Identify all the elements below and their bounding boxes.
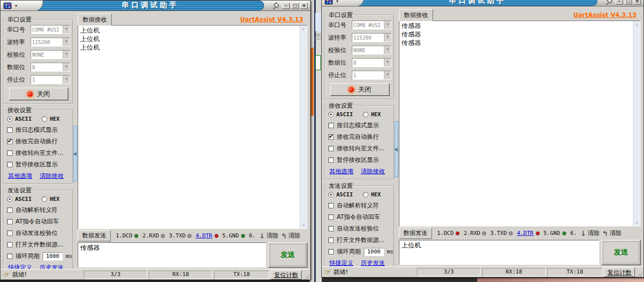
receive-display[interactable]: 传感器 传感器 传感器 [399, 21, 640, 226]
save-to-file-checkbox[interactable] [7, 150, 13, 156]
tab-data-send[interactable]: 数据发送 [78, 230, 111, 241]
port-select[interactable]: COM8 #USI▼ [352, 21, 391, 30]
dropdown-arrow-icon[interactable]: ▼ [63, 63, 70, 71]
dropdown-arrow-icon[interactable]: ▼ [384, 59, 391, 67]
file-source-checkbox[interactable] [328, 237, 334, 243]
maximize-button[interactable]: □ [291, 3, 299, 9]
pin-topmost-icon[interactable] [605, 0, 612, 5]
close-port-button[interactable]: 关闭 [330, 83, 389, 96]
pause-display-checkbox[interactable] [7, 162, 13, 167]
app-logo-icon[interactable] [4, 3, 12, 9]
more-options-link[interactable]: 其他选项 [329, 167, 353, 176]
hex-radio[interactable] [42, 116, 47, 122]
stopbits-select[interactable]: 1▼ [352, 71, 391, 80]
send-input[interactable]: 传感器 [78, 242, 266, 267]
menu-caret-icon[interactable]: ▾ [336, 0, 338, 4]
clear-send-button[interactable]: 清除 [281, 231, 301, 240]
version-link[interactable]: UartAssist V4.3.13 [240, 16, 307, 25]
at-enter-checkbox[interactable] [328, 214, 334, 220]
dropdown-arrow-icon[interactable]: ▼ [384, 46, 391, 54]
scroll-up-icon[interactable] [302, 27, 305, 32]
app-logo-icon[interactable] [325, 0, 333, 5]
titlebar[interactable]: ▾ 串口调试助手 – □ × [322, 0, 643, 7]
databits-select[interactable]: 8▼ [31, 63, 70, 72]
dtr-toggle-link[interactable]: 4.DTR [195, 232, 212, 239]
databits-select[interactable]: 8▼ [352, 58, 391, 67]
minimize-button[interactable]: – [282, 3, 290, 9]
clear-receive-link[interactable]: 清除接收 [40, 172, 64, 180]
send-button[interactable]: 发送 [601, 240, 640, 265]
scroll-down-icon[interactable] [302, 222, 305, 227]
menu-caret-icon[interactable]: ▾ [15, 4, 17, 8]
cycle-period-input[interactable] [43, 252, 63, 260]
parse-escape-checkbox[interactable] [328, 203, 334, 208]
dropdown-arrow-icon[interactable]: ▼ [384, 71, 391, 79]
send-button[interactable]: 发送 [268, 242, 307, 267]
hex-radio[interactable] [363, 192, 368, 197]
tab-data-send[interactable]: 数据发送 [399, 227, 432, 239]
stopbits-select[interactable]: 1▼ [31, 75, 70, 84]
scroll-up-icon[interactable] [635, 22, 638, 27]
dtr-toggle-link[interactable]: 4.DTR [517, 230, 533, 236]
clear-receive-button[interactable]: 清除 [259, 231, 279, 240]
close-port-button[interactable]: 关闭 [9, 88, 68, 100]
clear-receive-link[interactable]: 清除接收 [361, 167, 385, 176]
pin-topmost-icon[interactable] [272, 3, 279, 9]
close-button[interactable]: × [300, 3, 308, 9]
close-button[interactable]: × [633, 0, 641, 5]
port-select[interactable]: COM6 #USI▼ [31, 25, 70, 34]
auto-linefeed-checkbox[interactable] [328, 134, 334, 140]
clear-send-button[interactable]: 清除 [602, 229, 622, 237]
ascii-radio[interactable] [7, 116, 13, 122]
baud-select[interactable]: 115200▼ [31, 38, 70, 47]
dropdown-arrow-icon[interactable]: ▼ [384, 34, 391, 42]
dropdown-arrow-icon[interactable]: ▼ [63, 26, 70, 34]
parity-select[interactable]: NONE▼ [352, 46, 391, 55]
baud-select[interactable]: 115200▼ [352, 33, 391, 42]
hex-radio[interactable] [42, 196, 47, 202]
at-enter-checkbox[interactable] [7, 219, 13, 224]
resize-grip-icon[interactable] [636, 271, 642, 277]
history-send-link[interactable]: 历史发送 [40, 263, 64, 269]
history-send-link[interactable]: 历史发送 [361, 259, 385, 266]
scroll-down-icon[interactable] [635, 220, 638, 225]
hex-radio[interactable] [363, 112, 368, 117]
reset-count-button[interactable]: 复位计数 [604, 267, 635, 277]
parity-select[interactable]: NONE▼ [31, 50, 70, 59]
pause-display-checkbox[interactable] [328, 157, 334, 163]
parse-escape-checkbox[interactable] [7, 207, 13, 213]
receive-scrollbar[interactable] [300, 26, 307, 228]
auto-linefeed-checkbox[interactable] [7, 139, 13, 144]
ascii-radio[interactable] [328, 192, 334, 197]
dropdown-arrow-icon[interactable]: ▼ [63, 51, 70, 59]
dropdown-arrow-icon[interactable]: ▼ [384, 21, 391, 29]
dropdown-arrow-icon[interactable]: ▼ [63, 38, 70, 46]
receive-scrollbar[interactable] [633, 21, 640, 226]
titlebar[interactable]: ▾ 串口调试助手 – □ × [1, 1, 310, 11]
log-mode-checkbox[interactable] [328, 123, 334, 128]
clear-receive-button[interactable]: 清除 [580, 229, 600, 237]
log-mode-checkbox[interactable] [7, 127, 13, 133]
shortcut-define-link[interactable]: 快捷定义 [8, 263, 32, 269]
version-link[interactable]: UartAssist V4.3.13 [573, 12, 640, 21]
tab-data-receive[interactable]: 数据接收 [399, 9, 433, 21]
save-to-file-checkbox[interactable] [328, 146, 334, 151]
send-input[interactable]: 上位机 [399, 240, 599, 265]
file-source-checkbox[interactable] [7, 242, 13, 247]
auto-checksum-checkbox[interactable] [328, 226, 334, 231]
shortcut-define-link[interactable]: 快捷定义 [329, 259, 353, 266]
cycle-period-input[interactable] [364, 248, 384, 256]
ascii-radio[interactable] [7, 196, 13, 202]
tab-data-receive[interactable]: 数据接收 [78, 14, 112, 26]
more-options-link[interactable]: 其他选项 [8, 172, 32, 180]
resize-grip-icon[interactable] [303, 273, 309, 279]
minimize-button[interactable]: – [615, 0, 623, 5]
reset-count-button[interactable]: 复位计数 [271, 270, 302, 279]
maximize-button[interactable]: □ [624, 0, 632, 5]
auto-checksum-checkbox[interactable] [7, 230, 13, 236]
cycle-checkbox[interactable] [7, 253, 13, 259]
cycle-checkbox[interactable] [328, 249, 334, 254]
dropdown-arrow-icon[interactable]: ▼ [63, 76, 70, 84]
receive-display[interactable]: 上位机 上位机 上位机 [78, 25, 307, 229]
ascii-radio[interactable] [328, 112, 334, 117]
